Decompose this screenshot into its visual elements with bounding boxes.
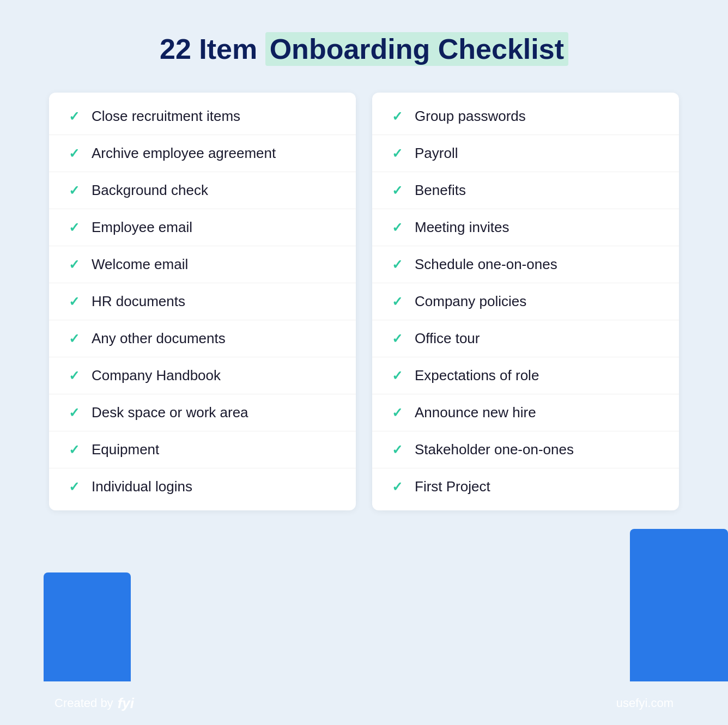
- list-item: ✓ Stakeholder one-on-ones: [372, 431, 679, 468]
- checklist-container: ✓ Close recruitment items ✓ Archive empl…: [49, 93, 679, 510]
- check-icon: ✓: [392, 146, 403, 161]
- item-label: Desk space or work area: [92, 404, 248, 421]
- created-by-label: Created by: [54, 696, 113, 710]
- item-label: Company Handbook: [92, 367, 221, 384]
- list-item: ✓ Employee email: [49, 209, 356, 246]
- check-icon: ✓: [392, 331, 403, 346]
- page-title-container: 22 Item Onboarding Checklist: [160, 33, 568, 65]
- list-item: ✓ Company policies: [372, 283, 679, 320]
- footer: Created by fyi usefyi.com: [0, 681, 728, 725]
- left-checklist-card: ✓ Close recruitment items ✓ Archive empl…: [49, 93, 356, 510]
- check-icon: ✓: [69, 220, 80, 235]
- check-icon: ✓: [392, 109, 403, 124]
- main-content: 22 Item Onboarding Checklist ✓ Close rec…: [0, 0, 728, 510]
- list-item: ✓ Close recruitment items: [49, 98, 356, 135]
- item-label: Employee email: [92, 219, 192, 236]
- check-icon: ✓: [392, 479, 403, 495]
- item-label: Group passwords: [415, 108, 526, 125]
- item-label: Archive employee agreement: [92, 145, 276, 162]
- item-label: Welcome email: [92, 256, 188, 273]
- item-label: Meeting invites: [415, 219, 509, 236]
- check-icon: ✓: [69, 146, 80, 161]
- list-item: ✓ Equipment: [49, 431, 356, 468]
- check-icon: ✓: [392, 405, 403, 421]
- title-part2: Onboarding Checklist: [265, 32, 568, 66]
- list-item: ✓ Archive employee agreement: [49, 135, 356, 172]
- item-label: Schedule one-on-ones: [415, 256, 557, 273]
- decorative-shape-right: [630, 529, 728, 681]
- check-icon: ✓: [69, 109, 80, 124]
- item-label: Announce new hire: [415, 404, 536, 421]
- list-item: ✓ Expectations of role: [372, 357, 679, 394]
- check-icon: ✓: [392, 183, 403, 198]
- item-label: Office tour: [415, 330, 480, 347]
- item-label: Benefits: [415, 182, 466, 199]
- check-icon: ✓: [69, 257, 80, 272]
- footer-branding: Created by fyi: [54, 695, 134, 712]
- item-label: First Project: [415, 478, 490, 495]
- check-icon: ✓: [69, 405, 80, 421]
- list-item: ✓ Background check: [49, 172, 356, 209]
- item-label: Individual logins: [92, 478, 192, 495]
- list-item: ✓ Individual logins: [49, 468, 356, 505]
- check-icon: ✓: [392, 220, 403, 235]
- item-label: Stakeholder one-on-ones: [415, 441, 574, 458]
- check-icon: ✓: [69, 368, 80, 383]
- brand-name: fyi: [118, 695, 134, 712]
- item-label: Expectations of role: [415, 367, 539, 384]
- item-label: Any other documents: [92, 330, 226, 347]
- check-icon: ✓: [69, 331, 80, 346]
- right-checklist-card: ✓ Group passwords ✓ Payroll ✓ Benefits ✓…: [372, 93, 679, 510]
- list-item: ✓ Schedule one-on-ones: [372, 246, 679, 283]
- list-item: ✓ First Project: [372, 468, 679, 505]
- list-item: ✓ Meeting invites: [372, 209, 679, 246]
- list-item: ✓ Desk space or work area: [49, 394, 356, 431]
- list-item: ✓ Company Handbook: [49, 357, 356, 394]
- item-label: Company policies: [415, 293, 526, 310]
- footer-url: usefyi.com: [616, 696, 674, 710]
- item-label: HR documents: [92, 293, 185, 310]
- check-icon: ✓: [392, 368, 403, 383]
- item-label: Close recruitment items: [92, 108, 240, 125]
- check-icon: ✓: [69, 294, 80, 309]
- item-label: Payroll: [415, 145, 458, 162]
- list-item: ✓ Group passwords: [372, 98, 679, 135]
- list-item: ✓ Office tour: [372, 320, 679, 357]
- check-icon: ✓: [69, 183, 80, 198]
- list-item: ✓ Announce new hire: [372, 394, 679, 431]
- list-item: ✓ Welcome email: [49, 246, 356, 283]
- check-icon: ✓: [69, 442, 80, 458]
- decorative-shape-left: [44, 572, 131, 681]
- item-label: Equipment: [92, 441, 159, 458]
- check-icon: ✓: [392, 294, 403, 309]
- title-part1: 22 Item: [160, 33, 265, 65]
- check-icon: ✓: [69, 479, 80, 495]
- list-item: ✓ Any other documents: [49, 320, 356, 357]
- list-item: ✓ Benefits: [372, 172, 679, 209]
- item-label: Background check: [92, 182, 208, 199]
- check-icon: ✓: [392, 257, 403, 272]
- check-icon: ✓: [392, 442, 403, 458]
- list-item: ✓ HR documents: [49, 283, 356, 320]
- list-item: ✓ Payroll: [372, 135, 679, 172]
